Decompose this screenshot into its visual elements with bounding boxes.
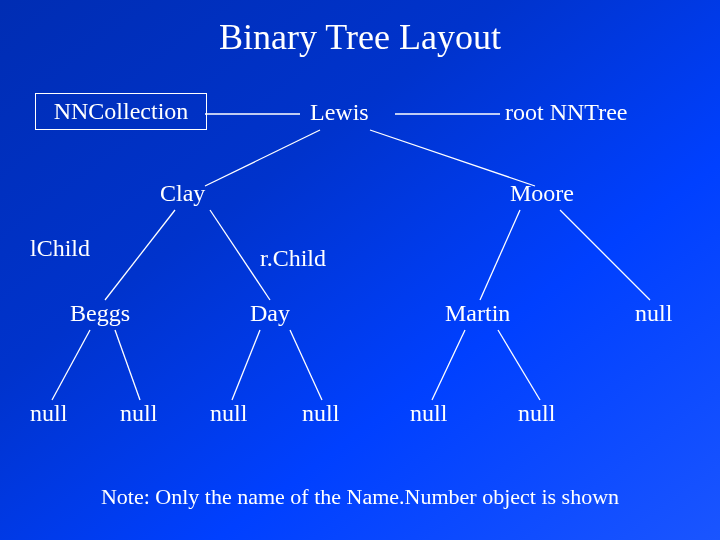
svg-line-7 bbox=[560, 210, 650, 300]
leaf-null-3: null bbox=[210, 400, 247, 427]
slide-title: Binary Tree Layout bbox=[0, 16, 720, 58]
node-clay: Clay bbox=[160, 180, 205, 207]
label-root: root NNTree bbox=[505, 99, 627, 126]
svg-line-11 bbox=[290, 330, 322, 400]
node-martin: Martin bbox=[445, 300, 510, 327]
slide: Binary Tree Layout NNCollection Lewis ro… bbox=[0, 0, 720, 540]
node-lewis: Lewis bbox=[310, 99, 369, 126]
leaf-null-4: null bbox=[302, 400, 339, 427]
leaf-null-6: null bbox=[518, 400, 555, 427]
leaf-null-moore-right: null bbox=[635, 300, 672, 327]
nncollection-box: NNCollection bbox=[35, 93, 207, 130]
svg-line-2 bbox=[205, 130, 320, 186]
svg-line-3 bbox=[370, 130, 535, 186]
label-rchild: r.Child bbox=[260, 245, 326, 272]
node-moore: Moore bbox=[510, 180, 574, 207]
svg-line-4 bbox=[105, 210, 175, 300]
footnote: Note: Only the name of the Name.Number o… bbox=[0, 484, 720, 510]
leaf-null-5: null bbox=[410, 400, 447, 427]
leaf-null-1: null bbox=[30, 400, 67, 427]
leaf-null-2: null bbox=[120, 400, 157, 427]
svg-line-9 bbox=[115, 330, 140, 400]
svg-line-12 bbox=[432, 330, 465, 400]
svg-line-6 bbox=[480, 210, 520, 300]
node-day: Day bbox=[250, 300, 290, 327]
svg-line-8 bbox=[52, 330, 90, 400]
label-lchild: lChild bbox=[30, 235, 90, 262]
svg-line-10 bbox=[232, 330, 260, 400]
connector-lines bbox=[0, 0, 720, 540]
svg-line-13 bbox=[498, 330, 540, 400]
node-beggs: Beggs bbox=[70, 300, 130, 327]
